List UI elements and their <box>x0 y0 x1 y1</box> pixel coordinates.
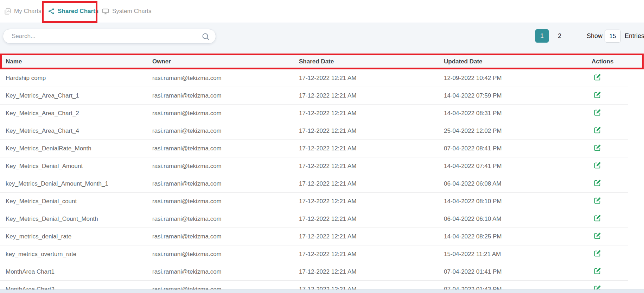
edit-icon[interactable] <box>594 144 601 151</box>
column-header-name: Name <box>6 58 152 65</box>
toolbar: 1 2 Show 15 Entries <box>0 23 644 54</box>
edit-icon[interactable] <box>594 126 601 134</box>
edit-icon[interactable] <box>594 285 601 290</box>
cell-owner: rasi.ramani@tekizma.com <box>152 145 299 152</box>
cell-shared-date: 17-12-2022 12:21 AM <box>299 110 444 117</box>
cell-actions <box>592 162 628 171</box>
cell-updated-date: 25-04-2022 12:02 PM <box>444 127 592 135</box>
table-row: key_Metrics_Denial_Amount_Month_1 rasi.r… <box>0 175 628 193</box>
edit-icon[interactable] <box>594 214 601 222</box>
cell-name: key_metrics_overturn_rate <box>6 251 152 258</box>
cell-updated-date: 12-09-2022 10:42 PM <box>444 75 592 82</box>
table-row: Key_Metrics_Area_Chart_2 rasi.ramani@tek… <box>0 105 628 122</box>
search-icon[interactable] <box>202 32 210 41</box>
cell-actions <box>592 144 628 153</box>
cell-updated-date: 14-04-2022 08:25 PM <box>444 233 592 240</box>
cell-name: MonthArea Chart2 <box>6 286 152 290</box>
table-row: MonthArea Chart2 rasi.ramani@tekizma.com… <box>0 281 628 289</box>
edit-icon[interactable] <box>594 250 601 257</box>
edit-icon[interactable] <box>594 197 601 204</box>
cell-owner: rasi.ramani@tekizma.com <box>152 233 299 240</box>
cell-updated-date: 07-04-2022 08:41 PM <box>444 145 592 152</box>
cell-owner: rasi.ramani@tekizma.com <box>152 92 299 99</box>
cell-updated-date: 14-04-2022 07:41 PM <box>444 163 592 170</box>
cell-updated-date: 14-04-2022 08:10 PM <box>444 198 592 205</box>
cell-shared-date: 17-12-2022 12:21 AM <box>299 180 444 187</box>
show-label: Show <box>587 29 602 43</box>
table-row: MonthArea Chart1 rasi.ramani@tekizma.com… <box>0 263 628 281</box>
cell-owner: rasi.ramani@tekizma.com <box>152 110 299 117</box>
tab-shared-charts[interactable]: Shared Charts <box>48 0 98 23</box>
tab-system-charts[interactable]: System Charts <box>102 0 151 23</box>
cell-owner: rasi.ramani@tekizma.com <box>152 75 299 82</box>
table-body: Hardship comp rasi.ramani@tekizma.com 17… <box>0 69 644 289</box>
cell-shared-date: 17-12-2022 12:21 AM <box>299 163 444 170</box>
cell-owner: rasi.ramani@tekizma.com <box>152 216 299 223</box>
table-row: Key_Metrics_Denial_count rasi.ramani@tek… <box>0 193 628 210</box>
tab-label: System Charts <box>112 8 151 15</box>
bottom-edge-strip <box>0 289 644 293</box>
search-input[interactable] <box>3 29 216 43</box>
cell-name: Key_Metrics_Denial_Amount <box>6 163 152 170</box>
tab-label: My Charts <box>14 8 41 15</box>
cell-name: Key_Metrics_DenialRate_Month <box>6 145 152 152</box>
column-header-actions: Actions <box>592 58 628 65</box>
cell-shared-date: 17-12-2022 12:21 AM <box>299 251 444 258</box>
entries-label: Entries <box>625 29 644 43</box>
cell-shared-date: 17-12-2022 12:21 AM <box>299 286 444 290</box>
table-header: Name Owner Shared Date Updated Date Acti… <box>0 54 644 69</box>
pagination-page-2[interactable]: 2 <box>553 29 566 43</box>
table-row: Key_Metrics_DenialRate_Month rasi.ramani… <box>0 140 628 157</box>
table-row: Hardship comp rasi.ramani@tekizma.com 17… <box>0 69 628 87</box>
edit-icon[interactable] <box>594 267 601 275</box>
edit-icon[interactable] <box>594 74 601 81</box>
cell-shared-date: 17-12-2022 12:21 AM <box>299 75 444 82</box>
cell-shared-date: 17-12-2022 12:21 AM <box>299 92 444 99</box>
cell-updated-date: 07-04-2022 01:43 PM <box>444 286 592 290</box>
cell-name: key_Metrics_Denial_Amount_Month_1 <box>6 180 152 187</box>
column-header-shared-date: Shared Date <box>299 58 444 65</box>
cell-updated-date: 14-04-2022 08:31 PM <box>444 110 592 117</box>
cell-name: Key_Metrics_Area_Chart_2 <box>6 110 152 117</box>
search-box <box>3 29 216 44</box>
cell-updated-date: 14-04-2022 07:59 PM <box>444 92 592 99</box>
cell-owner: rasi.ramani@tekizma.com <box>152 251 299 258</box>
cell-name: Key_metrics_denial_rate <box>6 233 152 240</box>
cell-owner: rasi.ramani@tekizma.com <box>152 198 299 205</box>
edit-icon[interactable] <box>594 109 601 116</box>
cell-updated-date: 07-04-2022 01:41 PM <box>444 268 592 275</box>
cell-owner: rasi.ramani@tekizma.com <box>152 180 299 187</box>
my-charts-icon <box>4 8 11 15</box>
cell-updated-date: 06-04-2022 06:10 AM <box>444 216 592 223</box>
column-header-updated-date: Updated Date <box>444 58 592 65</box>
table-row: Key_Metrics_Area_Chart_4 rasi.ramani@tek… <box>0 122 628 140</box>
cell-owner: rasi.ramani@tekizma.com <box>152 268 299 275</box>
table-row: Key_metrics_denial_rate rasi.ramani@teki… <box>0 228 628 245</box>
cell-owner: rasi.ramani@tekizma.com <box>152 163 299 170</box>
cell-shared-date: 17-12-2022 12:21 AM <box>299 127 444 135</box>
column-header-owner: Owner <box>152 58 299 65</box>
edit-icon[interactable] <box>594 91 601 99</box>
edit-icon[interactable] <box>594 162 601 169</box>
active-tab-underline <box>46 21 94 22</box>
cell-updated-date: 06-04-2022 06:08 AM <box>444 180 592 187</box>
cell-name: MonthArea Chart1 <box>6 268 152 275</box>
monitor-icon <box>102 8 109 15</box>
cell-shared-date: 17-12-2022 12:21 AM <box>299 198 444 205</box>
cell-shared-date: 17-12-2022 12:21 AM <box>299 268 444 275</box>
tab-bar: My Charts Shared Charts System Charts <box>0 0 644 23</box>
cell-actions <box>592 91 628 100</box>
cell-name: Key_Metrics_Denial_count <box>6 198 152 205</box>
cell-shared-date: 17-12-2022 12:21 AM <box>299 145 444 152</box>
cell-actions <box>592 214 628 224</box>
cell-owner: rasi.ramani@tekizma.com <box>152 286 299 290</box>
entries-count-input[interactable]: 15 <box>605 30 621 43</box>
table-row: Key_Metrics_Area_Chart_1 rasi.ramani@tek… <box>0 87 628 105</box>
tab-my-charts[interactable]: My Charts <box>4 0 41 23</box>
edit-icon[interactable] <box>594 232 601 239</box>
edit-icon[interactable] <box>594 179 601 187</box>
cell-name: Key_Metrics_Area_Chart_4 <box>6 127 152 135</box>
pagination-page-1[interactable]: 1 <box>535 29 549 43</box>
cell-actions <box>592 285 628 290</box>
cell-name: Key_Metrics_Denial_Count_Month <box>6 216 152 223</box>
